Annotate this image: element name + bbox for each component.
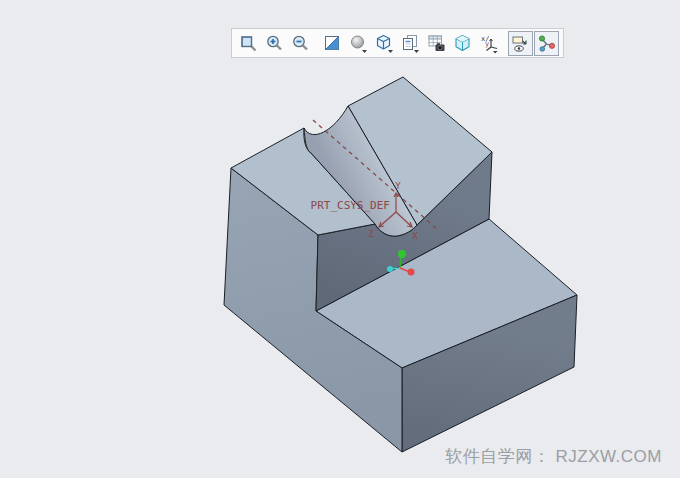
- spin-center-icon: [536, 33, 557, 54]
- csys-axis-x-label: X: [412, 231, 418, 241]
- zoom-out-button[interactable]: [288, 31, 313, 56]
- display-style-button[interactable]: [372, 31, 397, 56]
- view-manager-icon: [452, 33, 473, 54]
- saved-views-icon: [400, 33, 421, 54]
- shading-style-icon: [348, 33, 369, 54]
- csys-label[interactable]: PRT_CSYS_DEF: [311, 199, 390, 212]
- view-manager-button[interactable]: [450, 31, 475, 56]
- csys-axis-z-label: Z: [368, 229, 374, 239]
- named-view-capture-icon: [426, 33, 447, 54]
- saved-views-button[interactable]: [398, 31, 423, 56]
- zoom-out-icon: [290, 33, 311, 54]
- zoom-in-button[interactable]: [262, 31, 287, 56]
- annotation-display-button[interactable]: [508, 31, 533, 56]
- zoom-fit-button[interactable]: [236, 31, 261, 56]
- model-canvas[interactable]: PRT_CSYS_DEF Y X Z: [0, 0, 680, 478]
- datum-display-icon: x/ y: [478, 33, 499, 54]
- named-view-capture-button[interactable]: [424, 31, 449, 56]
- repaint-icon: [322, 33, 343, 54]
- graphics-toolbar: x/ y: [231, 28, 564, 58]
- watermark-text: 软件自学网： RJZXW.COM: [445, 445, 662, 468]
- display-style-icon: [374, 33, 395, 54]
- repaint-button[interactable]: [320, 31, 345, 56]
- cad-viewport: PRT_CSYS_DEF Y X Z: [0, 0, 680, 478]
- shading-style-button[interactable]: [346, 31, 371, 56]
- svg-text:y: y: [485, 40, 489, 48]
- zoom-in-icon: [264, 33, 285, 54]
- zoom-fit-icon: [238, 33, 259, 54]
- annotation-display-icon: [510, 33, 531, 54]
- spin-center-button[interactable]: [534, 31, 559, 56]
- datum-display-button[interactable]: x/ y: [476, 31, 501, 56]
- csys-axis-y-label: Y: [395, 181, 401, 191]
